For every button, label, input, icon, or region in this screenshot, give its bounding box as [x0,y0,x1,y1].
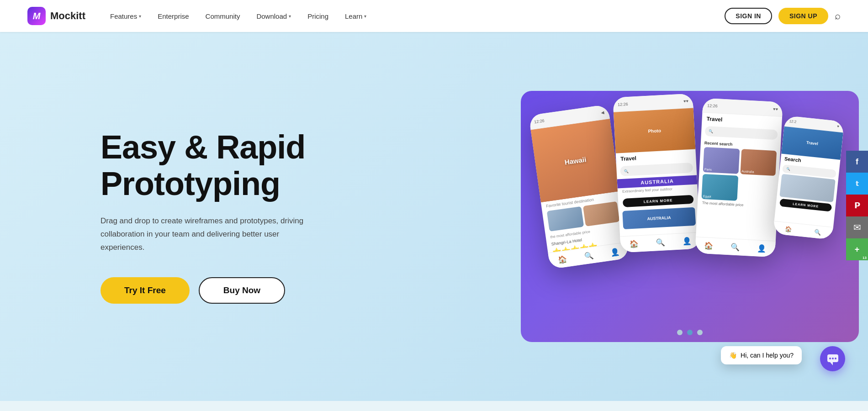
hero-text: Easy & Rapid Prototyping Drag and drop t… [101,129,311,303]
nav-download[interactable]: Download ▾ [250,9,297,24]
email-icon: ✉ [853,222,861,233]
hero-description: Drag and drop to create wireframes and p… [101,215,311,254]
nav-links: Features ▾ Enterprise Community Download… [104,9,725,24]
phone-learn-more-btn[interactable]: LEARN MORE [623,195,694,207]
share-button[interactable]: + 13 [846,238,868,260]
hero-title: Easy & Rapid Prototyping [101,129,311,201]
search-icon[interactable]: ⌕ [835,10,841,22]
logo[interactable]: M Mockitt [27,7,85,25]
phone-nav-bar: 🏠🔍👤 [620,232,701,253]
share-count: 13 [861,255,868,260]
nav-actions: SIGN IN SIGN UP ⌕ [725,8,841,24]
share-icon: + [855,245,860,254]
nav-learn[interactable]: Learn ▾ [339,9,373,24]
facebook-icon: f [856,157,858,167]
hero-buttons: Try It Free Buy Now [101,277,311,304]
chat-hint-bubble: 👋 Hi, can I help you? [721,346,802,364]
facebook-share-button[interactable]: f [846,151,868,173]
nav-community[interactable]: Community [199,9,247,24]
chevron-down-icon: ▾ [139,14,141,19]
signup-button[interactable]: SIGN UP [778,8,828,24]
phone-hero-image: Hawaii [531,119,620,202]
pinterest-share-button[interactable]: 𝗣 [846,195,868,216]
phone-mockup-search: 12:2 ♥ Travel Search 🔍 LEARN MORE 🏠🔍 [773,116,844,240]
chat-message: Hi, can I help you? [741,352,794,359]
svg-point-4 [835,358,836,359]
chevron-down-icon: ▾ [289,14,291,19]
navbar: M Mockitt Features ▾ Enterprise Communit… [0,0,868,32]
buy-now-button[interactable]: Buy Now [199,277,285,304]
svg-point-3 [832,358,834,359]
twitter-icon: 𝕥 [856,180,859,187]
carousel-dot[interactable] [697,330,703,335]
nav-enterprise[interactable]: Enterprise [151,9,195,24]
signin-button[interactable]: SIGN IN [725,8,772,24]
nav-pricing[interactable]: Pricing [301,9,335,24]
phone-nav-bar: 🏠🔍👤 [695,237,776,257]
nav-features[interactable]: Features ▾ [104,9,148,24]
brand-name: Mockitt [50,10,85,22]
twitter-share-button[interactable]: 𝕥 [846,173,868,195]
logo-icon: M [27,7,46,25]
chat-widget-button[interactable] [820,346,845,371]
svg-marker-1 [830,362,833,365]
chevron-down-icon: ▾ [364,14,366,19]
email-share-button[interactable]: ✉ [846,216,868,238]
hero-image: 12:26 ◀ Hawaii Favorite tourist destinat… [512,84,868,349]
hero-section: Easy & Rapid Prototyping Drag and drop t… [0,32,868,401]
wave-icon: 👋 [729,352,737,359]
carousel-dot[interactable] [677,330,683,335]
phone-mockup-travel: 12:26 ♥♥ Photo Travel 🔍 AUSTRALIA Extrao… [613,94,701,253]
social-sidebar: f 𝕥 𝗣 ✉ + 13 [846,151,868,260]
carousel-dots [677,330,703,335]
svg-point-2 [829,358,831,359]
pinterest-icon: 𝗣 [854,200,860,211]
phone-mockup-recent-search: 12:26 ♥♥ Travel 🔍 Recent search Paris Au… [695,98,783,258]
phone-nav-bar: 🏠🔍 [773,221,833,240]
hero-bg-card: 12:26 ◀ Hawaii Favorite tourist destinat… [521,91,859,342]
try-free-button[interactable]: Try It Free [101,277,190,304]
carousel-dot-active[interactable] [687,330,693,335]
